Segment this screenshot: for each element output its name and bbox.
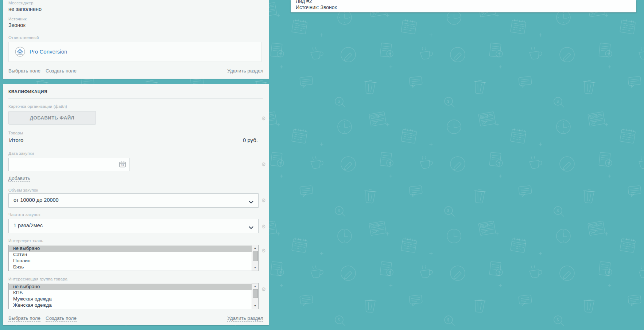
gear-icon[interactable]: ⚙ (261, 286, 267, 292)
option-item[interactable]: не выбрано (9, 245, 256, 252)
create-field-link-2[interactable]: Создать поле (46, 315, 77, 322)
fabric-interest-listbox[interactable]: не выбрано Сатин Поплин Бязь ▲ ▼ (8, 245, 259, 271)
source-label: Источник (8, 17, 27, 21)
product-group-options: не выбрано КПБ Мужская одежда Женская од… (9, 284, 258, 309)
choose-field-link-2[interactable]: Выбрать поле (8, 315, 40, 322)
purchase-frequency-label: Частота закупок (8, 212, 40, 217)
svg-text:24: 24 (121, 164, 124, 166)
purchase-frequency-selected-value: 1 раза/2мес (13, 223, 43, 228)
fabric-options: не выбрано Сатин Поплин Бязь (9, 245, 258, 271)
scrollbar[interactable]: ▲ ▼ (252, 245, 258, 271)
products-total-value: 0 руб. (243, 137, 258, 143)
purchase-volume-select[interactable]: от 10000 до 20000 (8, 193, 259, 208)
gear-icon[interactable]: ⚙ (261, 161, 267, 167)
gear-icon[interactable]: ⚙ (261, 115, 267, 121)
lead-source-line: Источник: Звонок (296, 4, 337, 10)
contact-fields-section: Мессенджер не заполнено Источник Звонок … (3, 0, 269, 79)
option-item[interactable]: Поплин (9, 258, 256, 264)
responsible-user-box[interactable]: Pro Conversion (8, 42, 261, 62)
option-item[interactable]: Бязь (9, 264, 256, 270)
responsible-user-link[interactable]: Pro Conversion (30, 48, 67, 55)
pro-conversion-avatar-icon (15, 47, 25, 57)
delete-section-link-1[interactable]: Удалить раздел (227, 68, 263, 74)
option-item[interactable]: не выбрано (9, 284, 256, 290)
option-item[interactable]: Мужская одежда (9, 296, 256, 302)
messenger-value[interactable]: не заполнено (8, 6, 42, 12)
purchase-frequency-select[interactable]: 1 раза/2мес (8, 219, 259, 233)
chevron-down-icon (249, 199, 253, 205)
purchase-volume-label: Объем закупок (8, 188, 38, 192)
scrollbar-thumb[interactable] (253, 251, 258, 261)
lead-title: Лид #2 (296, 0, 312, 4)
scroll-down-icon[interactable]: ▼ (252, 265, 258, 270)
scroll-up-icon[interactable]: ▲ (252, 284, 258, 289)
chevron-down-icon (249, 224, 253, 231)
option-item[interactable]: Женская одежда (9, 302, 256, 309)
gear-icon[interactable]: ⚙ (261, 197, 267, 203)
products-label: Товары (8, 131, 23, 135)
add-link[interactable]: Добавить (8, 176, 30, 182)
choose-field-link-1[interactable]: Выбрать поле (8, 68, 40, 74)
purchase-date-input[interactable]: 24 (8, 158, 129, 171)
gear-icon[interactable]: ⚙ (261, 248, 267, 254)
products-total-label: Итого (9, 137, 23, 143)
source-value[interactable]: Звонок (8, 22, 26, 28)
scrollbar[interactable]: ▲ ▼ (252, 283, 258, 309)
scroll-down-icon[interactable]: ▼ (252, 303, 258, 309)
option-item[interactable]: КПБ (9, 290, 256, 296)
purchase-date-label: Дата закупки (8, 151, 34, 156)
calendar-icon[interactable]: 24 (119, 161, 126, 169)
add-file-button[interactable]: ДОБАВИТЬ ФАЙЛ (8, 111, 96, 125)
fabric-interest-label: Интересует ткань (8, 239, 43, 243)
scroll-up-icon[interactable]: ▲ (252, 245, 258, 251)
scrollbar-thumb[interactable] (253, 289, 258, 298)
responsible-label: Ответственный (8, 35, 39, 40)
purchase-volume-selected-value: от 10000 до 20000 (13, 197, 59, 203)
delete-section-link-2[interactable]: Удалить раздел (227, 315, 263, 322)
section-title: КВАЛИФИКАЦИЯ (8, 89, 47, 94)
lead-header-card: Лид #2 Источник: Звонок (291, 0, 636, 12)
gear-icon[interactable]: ⚙ (261, 224, 267, 229)
create-field-link-1[interactable]: Создать поле (46, 68, 77, 74)
qualification-section: КВАЛИФИКАЦИЯ Карточка организации (файл)… (3, 84, 269, 325)
messenger-label: Мессенджер (8, 1, 34, 5)
product-group-label: Интересующая группа товара (8, 277, 67, 281)
section-divider (8, 98, 263, 99)
option-item[interactable]: Сатин (9, 252, 256, 258)
product-group-listbox[interactable]: не выбрано КПБ Мужская одежда Женская од… (8, 283, 259, 309)
org-card-file-label: Карточка организации (файл) (8, 104, 67, 109)
